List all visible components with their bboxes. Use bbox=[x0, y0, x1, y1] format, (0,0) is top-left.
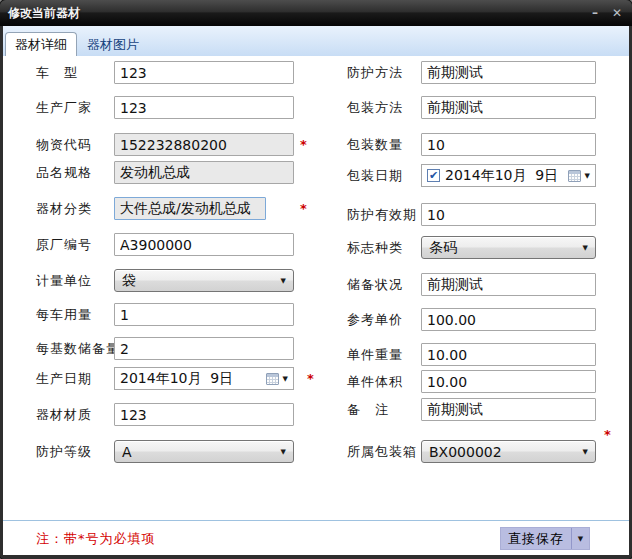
remarks-input[interactable] bbox=[421, 398, 596, 421]
packaging-box-value: BX000002 bbox=[429, 444, 502, 460]
calendar-icon bbox=[568, 170, 581, 182]
row-reserve-status: 储备状况 bbox=[3, 273, 629, 297]
tab-equipment-details[interactable]: 器材详细 bbox=[5, 32, 77, 56]
unit-volume-label: 单件体积 bbox=[347, 370, 403, 394]
dialog-modify-equipment: 修改当前器材 – ✕ 器材详细 器材图片 车 型 生产厂家 物资代码 * 品名规… bbox=[0, 0, 632, 559]
remarks-label: 备 注 bbox=[347, 398, 389, 422]
row-mark-type: 标志种类 条码 ▼ bbox=[3, 236, 629, 260]
chevron-down-icon: ▼ bbox=[583, 243, 588, 253]
row-packaging-quantity: 包装数量 bbox=[3, 133, 629, 157]
row-packaging-date: 包装日期 ✔ 2014年10月 9日 ▼ bbox=[3, 164, 629, 188]
reserve-status-input[interactable] bbox=[421, 273, 596, 296]
row-protection-method: 防护方法 bbox=[3, 61, 629, 85]
minimize-button[interactable]: – bbox=[592, 7, 598, 19]
window-title: 修改当前器材 bbox=[8, 5, 80, 22]
protection-method-label: 防护方法 bbox=[347, 61, 403, 85]
unit-weight-label: 单件重量 bbox=[347, 343, 403, 367]
packaging-method-label: 包装方法 bbox=[347, 96, 403, 120]
row-remarks: 备 注 bbox=[3, 398, 629, 422]
reference-price-input[interactable] bbox=[421, 308, 596, 331]
packaging-date-picker[interactable]: ✔ 2014年10月 9日 ▼ bbox=[421, 164, 596, 187]
mark-type-value: 条码 bbox=[429, 239, 457, 257]
chevron-down-icon: ▼ bbox=[583, 447, 588, 457]
save-button-label[interactable]: 直接保存 bbox=[501, 528, 571, 549]
packaging-quantity-input[interactable] bbox=[421, 133, 596, 156]
packaging-date-checkbox[interactable]: ✔ bbox=[427, 169, 440, 182]
window-controls: – ✕ bbox=[592, 7, 622, 19]
row-unit-volume: 单件体积 bbox=[3, 370, 629, 394]
reserve-status-label: 储备状况 bbox=[347, 273, 403, 297]
required-note: 注：带*号为必填项 bbox=[36, 530, 156, 548]
unit-volume-input[interactable] bbox=[421, 370, 596, 393]
save-button[interactable]: 直接保存 ▼ bbox=[500, 527, 590, 550]
protection-validity-input[interactable] bbox=[421, 203, 596, 226]
row-packaging-box: 所属包装箱 BX000002 ▼ * bbox=[3, 440, 629, 464]
mark-type-label: 标志种类 bbox=[347, 236, 403, 260]
packaging-quantity-label: 包装数量 bbox=[347, 133, 403, 157]
row-unit-weight: 单件重量 bbox=[3, 343, 629, 367]
titlebar: 修改当前器材 – ✕ bbox=[0, 0, 632, 26]
tab-equipment-pictures[interactable]: 器材图片 bbox=[77, 32, 149, 56]
packaging-box-label: 所属包装箱 bbox=[347, 440, 417, 464]
form-area: 车 型 生产厂家 物资代码 * 品名规格 器材分类 * 原厂编号 计量单位 bbox=[3, 56, 629, 520]
protection-validity-label: 防护有效期 bbox=[347, 203, 417, 227]
unit-weight-input[interactable] bbox=[421, 343, 596, 366]
mark-type-dropdown[interactable]: 条码 ▼ bbox=[421, 236, 596, 259]
row-packaging-method: 包装方法 bbox=[3, 96, 629, 120]
packaging-box-dropdown[interactable]: BX000002 ▼ bbox=[421, 440, 596, 463]
tab-strip: 器材详细 器材图片 bbox=[3, 26, 629, 56]
close-button[interactable]: ✕ bbox=[612, 7, 622, 19]
reference-price-label: 参考单价 bbox=[347, 308, 403, 332]
row-reference-price: 参考单价 bbox=[3, 308, 629, 332]
required-asterisk: * bbox=[604, 427, 611, 442]
protection-method-input[interactable] bbox=[421, 61, 596, 84]
chevron-down-icon: ▼ bbox=[578, 534, 583, 544]
footer-bar: 注：带*号为必填项 直接保存 ▼ bbox=[3, 520, 629, 555]
save-options-toggle[interactable]: ▼ bbox=[571, 528, 589, 549]
packaging-method-input[interactable] bbox=[421, 96, 596, 119]
packaging-date-value: 2014年10月 9日 bbox=[445, 167, 558, 185]
chevron-down-icon: ▼ bbox=[585, 171, 590, 181]
row-protection-validity: 防护有效期 bbox=[3, 203, 629, 227]
packaging-date-label: 包装日期 bbox=[347, 164, 403, 188]
